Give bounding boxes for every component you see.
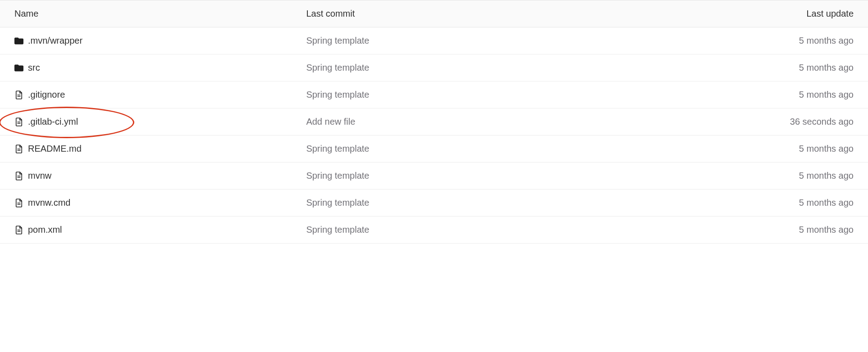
last-update-cell: 36 seconds ago (567, 108, 868, 135)
file-icon (14, 171, 23, 181)
name-cell: pom.xml (0, 217, 292, 244)
folder-icon (14, 63, 23, 72)
table-row: .gitlab-ci.ymlAdd new file36 seconds ago (0, 108, 868, 135)
name-cell: .gitlab-ci.yml (0, 108, 292, 135)
last-update-text: 5 months ago (799, 225, 854, 235)
commit-cell: Spring template (292, 162, 567, 190)
folder-link[interactable]: src (28, 63, 40, 73)
file-link[interactable]: mvnw.cmd (28, 198, 70, 208)
file-link[interactable]: README.md (28, 144, 82, 154)
file-link[interactable]: pom.xml (28, 225, 62, 235)
commit-link[interactable]: Spring template (306, 171, 369, 181)
file-table-header-row: Name Last commit Last update (0, 0, 868, 27)
last-update-cell: 5 months ago (567, 81, 868, 108)
file-icon (14, 226, 23, 235)
last-update-cell: 5 months ago (567, 217, 868, 244)
table-row: pom.xmlSpring template5 months ago (0, 217, 868, 244)
name-cell: mvnw (0, 162, 292, 190)
file-icon (14, 199, 23, 208)
commit-link[interactable]: Spring template (306, 144, 369, 153)
folder-link[interactable]: .mvn/wrapper (28, 36, 82, 46)
name-cell: src (0, 54, 292, 81)
last-update-cell: 5 months ago (567, 135, 868, 162)
file-icon (14, 90, 23, 99)
folder-icon (14, 36, 23, 45)
last-update-text: 5 months ago (799, 63, 854, 72)
commit-cell: Spring template (292, 54, 567, 81)
file-list-table: Name Last commit Last update .mvn/wrappe… (0, 0, 868, 244)
last-update-text: 5 months ago (799, 90, 854, 99)
commit-link[interactable]: Spring template (306, 198, 369, 208)
table-row: srcSpring template5 months ago (0, 54, 868, 81)
commit-cell: Spring template (292, 81, 567, 108)
file-icon (14, 117, 23, 126)
commit-link[interactable]: Add new file (306, 117, 355, 126)
last-update-text: 5 months ago (799, 171, 854, 181)
commit-cell: Spring template (292, 190, 567, 217)
table-row: .mvn/wrapperSpring template5 months ago (0, 27, 868, 54)
last-update-cell: 5 months ago (567, 190, 868, 217)
header-last-update: Last update (567, 0, 868, 27)
last-update-cell: 5 months ago (567, 54, 868, 81)
file-link[interactable]: .gitlab-ci.yml (28, 117, 78, 127)
commit-cell: Spring template (292, 27, 567, 54)
table-row: mvnw.cmdSpring template5 months ago (0, 190, 868, 217)
name-cell: .mvn/wrapper (0, 27, 292, 54)
table-row: .gitignoreSpring template5 months ago (0, 81, 868, 108)
last-update-text: 5 months ago (799, 144, 854, 153)
commit-link[interactable]: Spring template (306, 225, 369, 235)
commit-cell: Add new file (292, 108, 567, 135)
last-update-cell: 5 months ago (567, 162, 868, 190)
last-update-text: 5 months ago (799, 198, 854, 208)
table-row: README.mdSpring template5 months ago (0, 135, 868, 162)
header-last-commit: Last commit (292, 0, 567, 27)
last-update-text: 5 months ago (799, 36, 854, 45)
header-name: Name (0, 0, 292, 27)
file-link[interactable]: mvnw (28, 171, 51, 181)
commit-cell: Spring template (292, 217, 567, 244)
commit-link[interactable]: Spring template (306, 63, 369, 72)
name-cell: README.md (0, 135, 292, 162)
name-cell: .gitignore (0, 81, 292, 108)
last-update-cell: 5 months ago (567, 27, 868, 54)
file-icon (14, 144, 23, 153)
name-cell: mvnw.cmd (0, 190, 292, 217)
last-update-text: 36 seconds ago (790, 117, 854, 126)
file-link[interactable]: .gitignore (28, 90, 65, 100)
commit-link[interactable]: Spring template (306, 90, 369, 99)
commit-cell: Spring template (292, 135, 567, 162)
table-row: mvnwSpring template5 months ago (0, 162, 868, 190)
commit-link[interactable]: Spring template (306, 36, 369, 45)
